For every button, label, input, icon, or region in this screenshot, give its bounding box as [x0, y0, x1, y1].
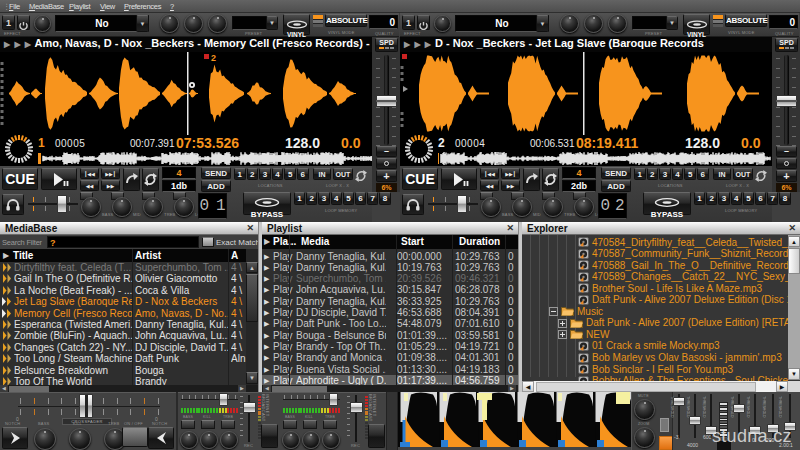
svg-text:2: 2 [211, 53, 216, 63]
